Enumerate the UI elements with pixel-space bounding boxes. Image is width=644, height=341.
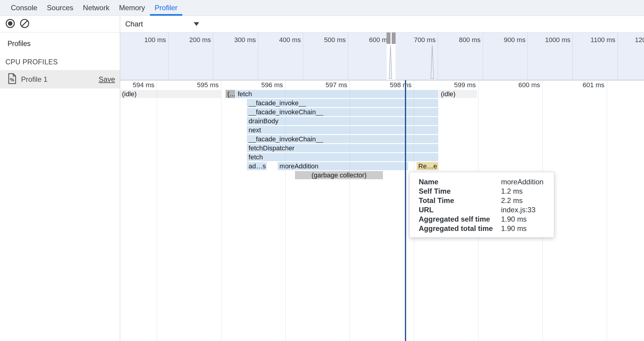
- cpu-activity-spike: [388, 45, 393, 80]
- detail-gridline: [157, 80, 157, 341]
- flame-frame[interactable]: Re…e: [417, 162, 439, 170]
- tooltip-row: Aggregated self time 1.90 ms: [419, 214, 554, 224]
- tab-profiler[interactable]: Profiler: [150, 0, 182, 16]
- tooltip-value: 2.2 ms: [501, 196, 523, 205]
- tab-label: Console: [11, 4, 37, 12]
- tab-network[interactable]: Network: [78, 0, 114, 16]
- clear-icon: [20, 18, 30, 30]
- flame-frame[interactable]: drainBody: [247, 117, 439, 125]
- tooltip-value: 1.90 ms: [501, 214, 527, 224]
- ruler-tick-label: 595 ms: [174, 81, 219, 89]
- devtools-tabbar: Console Sources Network Memory Profiler: [0, 0, 644, 16]
- chevron-down-icon: [194, 22, 199, 26]
- tooltip-row: Total Time 2.2 ms: [419, 196, 554, 205]
- profiler-main-panel: Chart 100 ms200 ms300 ms400 ms500 ms600 …: [120, 16, 644, 341]
- overview-tick-label: 900 ms: [480, 36, 525, 44]
- tab-label: Network: [83, 4, 109, 12]
- overview-tick-label: 300 ms: [211, 36, 256, 44]
- profile-name: Profile 1: [21, 75, 47, 84]
- flame-frame[interactable]: (garbage collector): [295, 171, 383, 179]
- tooltip-label: URL: [419, 205, 501, 214]
- flame-frame[interactable]: fetchDispatcher: [247, 144, 439, 152]
- ruler-tick-label: 600 ms: [495, 81, 540, 89]
- record-button[interactable]: [5, 19, 16, 29]
- detail-gridline: [350, 80, 350, 341]
- svg-text:%: %: [10, 77, 14, 83]
- save-profile-link[interactable]: Save: [99, 75, 115, 84]
- ruler-tick-label: 601 ms: [559, 81, 604, 89]
- flame-frame[interactable]: (idle): [439, 90, 477, 98]
- flame-frame[interactable]: fetch: [247, 153, 439, 161]
- cpu-activity-spike: [430, 45, 435, 80]
- detail-gridline: [221, 80, 221, 341]
- overview-timeline[interactable]: 100 ms200 ms300 ms400 ms500 ms600 ms700 …: [120, 32, 644, 80]
- flame-frame[interactable]: (...: [226, 90, 235, 98]
- tab-label: Sources: [47, 4, 73, 12]
- ruler-tick-label: 596 ms: [238, 81, 283, 89]
- overview-tick-label: 100 ms: [121, 36, 166, 44]
- flame-frame[interactable]: next: [247, 126, 439, 134]
- profile-document-icon: %: [8, 73, 16, 85]
- flame-frame[interactable]: ad…s: [247, 162, 267, 170]
- flame-frame[interactable]: __facade_invokeChain__: [247, 108, 439, 116]
- tab-console[interactable]: Console: [6, 0, 42, 16]
- tab-label: Profiler: [155, 4, 178, 12]
- profiles-heading: Profiles: [8, 40, 120, 48]
- tab-sources[interactable]: Sources: [42, 0, 78, 16]
- tooltip-label: Total Time: [419, 196, 501, 205]
- flame-frame[interactable]: (idle): [120, 90, 221, 98]
- flame-chart: 594 ms595 ms596 ms597 ms598 ms599 ms600 …: [120, 80, 644, 341]
- overview-tick-label: 1200 ms: [615, 36, 644, 44]
- profile-list-item[interactable]: % Profile 1 Save: [0, 70, 120, 88]
- devtools-window: Console Sources Network Memory Profiler: [0, 0, 644, 341]
- tooltip-label: Aggregated total time: [419, 224, 501, 233]
- cpu-profiles-section-label: CPU PROFILES: [5, 58, 120, 66]
- tooltip-value: moreAddition: [501, 177, 543, 186]
- detail-gridline: [285, 80, 286, 341]
- overview-tick-label: 1000 ms: [525, 36, 570, 44]
- flame-frame[interactable]: __facade_invoke__: [247, 99, 439, 107]
- overview-tick-label: 1100 ms: [570, 36, 615, 44]
- view-mode-select[interactable]: Chart: [125, 20, 199, 28]
- overview-tick-label: 800 ms: [436, 36, 481, 44]
- overview-tick-label: 700 ms: [390, 36, 436, 44]
- overview-tick-label: 500 ms: [301, 36, 346, 44]
- tooltip-value: 1.90 ms: [501, 224, 527, 233]
- ruler-tick-label: 597 ms: [302, 81, 347, 89]
- flame-frame[interactable]: __facade_invokeChain__: [247, 135, 439, 143]
- profiles-sidebar: Profiles CPU PROFILES % Profile 1 Save: [0, 16, 120, 341]
- tooltip-row: Aggregated total time 1.90 ms: [419, 224, 554, 233]
- clear-button[interactable]: [19, 19, 30, 29]
- tooltip-row: Name moreAddition: [419, 177, 554, 186]
- tooltip-row: URL index.js:33: [419, 205, 554, 214]
- tooltip-value: 1.2 ms: [501, 186, 523, 196]
- frame-tooltip: Name moreAddition Self Time 1.2 ms Total…: [409, 172, 554, 238]
- current-time-marker: [405, 80, 406, 341]
- ruler-tick-label: 599 ms: [431, 81, 476, 89]
- overview-tick-label: 200 ms: [166, 36, 211, 44]
- tooltip-label: Self Time: [419, 186, 501, 196]
- detail-time-ruler[interactable]: 594 ms595 ms596 ms597 ms598 ms599 ms600 …: [120, 80, 644, 90]
- record-icon: [5, 18, 15, 30]
- ruler-tick-label: 594 ms: [120, 81, 154, 89]
- tooltip-value: index.js:33: [501, 205, 536, 214]
- overview-tick-label: 400 ms: [256, 36, 301, 44]
- overview-tick-label: 600 ms: [346, 36, 391, 44]
- selection-handle-right[interactable]: [392, 32, 396, 44]
- tab-label: Memory: [119, 4, 145, 12]
- selection-handle-left[interactable]: [387, 32, 390, 44]
- profiler-toolbar: [0, 16, 120, 32]
- tab-memory[interactable]: Memory: [114, 0, 150, 16]
- tooltip-row: Self Time 1.2 ms: [419, 186, 554, 196]
- flame-frame[interactable]: moreAddition: [278, 162, 408, 170]
- tooltip-label: Name: [419, 177, 501, 186]
- chart-view-toolbar: Chart: [120, 16, 644, 32]
- view-mode-value: Chart: [125, 20, 143, 28]
- detail-gridline: [607, 80, 607, 341]
- tooltip-label: Aggregated self time: [419, 214, 501, 224]
- flame-frame[interactable]: fetch: [236, 90, 438, 98]
